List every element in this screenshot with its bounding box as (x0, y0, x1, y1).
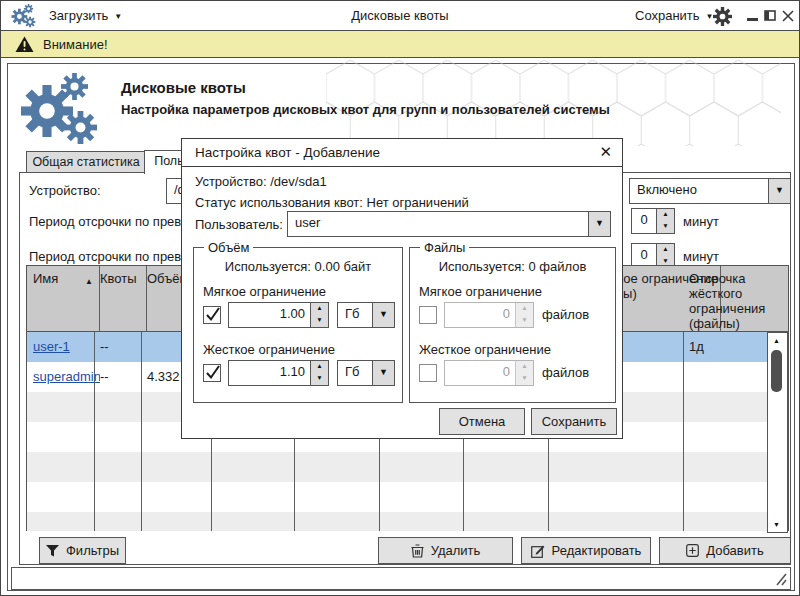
warning-text: Внимание! (43, 37, 108, 52)
volume-soft-checkbox[interactable] (203, 306, 221, 324)
grace-period-volume-label: Период отсрочки по превыш (29, 214, 201, 229)
volume-hard-label: Жесткое ограничение (203, 342, 335, 357)
load-menu-label: Загрузить (49, 8, 108, 23)
quota-state-select[interactable]: Включено ▼ (629, 178, 791, 204)
delete-button[interactable]: Удалить (378, 537, 513, 564)
grace-period-volume-spinner[interactable]: 0 ▲ ▼ (631, 208, 675, 234)
volume-soft-unit-select[interactable]: Гб ▼ (337, 302, 395, 328)
spin-up-icon: ▲ (657, 244, 674, 256)
volume-used-label: Используется: (225, 259, 311, 274)
filters-button-label: Фильтры (66, 543, 119, 558)
spinner-buttons[interactable]: ▲ ▼ (310, 361, 328, 385)
dialog-save-button[interactable]: Сохранить (531, 408, 617, 435)
volume-soft-spinner[interactable]: 1.00 ▲ ▼ (228, 302, 329, 328)
files-soft-label: Мягкое ограничение (419, 284, 542, 299)
page-subtitle: Настройка параметров дисковых квот для г… (121, 102, 610, 117)
quota-settings-dialog: Настройка квот - Добавление ✕ Устройство… (181, 138, 623, 439)
files-group: Файлы Используется: 0 файлов Мягкое огра… (409, 247, 616, 403)
scroll-down-button[interactable]: ▼ (768, 517, 785, 532)
spinner-buttons: ▲ ▼ (515, 361, 533, 385)
dialog-close-button[interactable]: ✕ (599, 143, 612, 161)
dialog-device-line: Устройство: /dev/sda1 (195, 174, 327, 189)
files-hard-checkbox[interactable] (419, 364, 437, 382)
spin-down-icon: ▼ (516, 315, 533, 327)
volume-hard-checkbox[interactable] (203, 364, 221, 382)
spin-down-icon: ▼ (657, 221, 674, 233)
chevron-down-icon[interactable]: ▼ (588, 212, 610, 236)
device-label: Устройство: (29, 183, 101, 198)
spin-down-icon: ▼ (311, 373, 328, 385)
checkmark-icon (204, 307, 222, 323)
files-hard-spinner: 0 ▲ ▼ (444, 360, 534, 386)
spinner-buttons[interactable]: ▲ ▼ (656, 209, 674, 233)
warning-triangle-icon (15, 36, 34, 53)
grid-line (94, 332, 95, 531)
add-button[interactable]: Добавить (659, 537, 791, 564)
volume-soft-value: 1.00 (229, 303, 310, 327)
column-header-grace-files[interactable]: Отсрочка жёсткого ограничения (файлы) (683, 266, 794, 336)
sort-asc-icon: ▲ (85, 274, 93, 289)
files-soft-checkbox[interactable] (419, 306, 437, 324)
title-bar: Загрузить▼ Дисковые квоты Сохранить▼ (1, 1, 799, 31)
close-button[interactable] (782, 1, 794, 31)
status-bar (11, 567, 791, 590)
chevron-down-icon[interactable]: ▼ (372, 361, 394, 385)
grid-line (683, 332, 684, 531)
cell-quotas: -- (94, 332, 147, 362)
filters-button[interactable]: Фильтры (39, 537, 126, 564)
chevron-down-icon[interactable]: ▼ (372, 303, 394, 327)
add-button-label: Добавить (706, 543, 763, 558)
gear-icon (713, 7, 732, 26)
spinner-buttons: ▲ ▼ (515, 303, 533, 327)
volume-soft-unit: Гб (338, 303, 372, 327)
files-hard-value: 0 (445, 361, 515, 385)
scroll-up-button[interactable]: ▲ (768, 333, 785, 348)
volume-used-value: 0.00 байт (315, 259, 372, 274)
load-menu-button[interactable]: Загрузить▼ (49, 1, 122, 31)
dialog-title-bar: Настройка квот - Добавление ✕ (182, 139, 622, 167)
settings-button[interactable] (713, 1, 732, 31)
cell-grace-files: 1д (683, 332, 774, 362)
app-logo-gears-icon (11, 4, 41, 29)
user-select[interactable]: user ▼ (287, 211, 611, 237)
volume-hard-spinner[interactable]: 1.10 ▲ ▼ (228, 360, 329, 386)
column-header-quotas[interactable]: Квоты (94, 266, 147, 336)
save-menu-button[interactable]: Сохранить▼ (635, 1, 714, 31)
resize-grip-icon[interactable] (771, 572, 787, 586)
edit-button[interactable]: Редактировать (521, 537, 651, 564)
spin-up-icon: ▲ (311, 303, 328, 315)
files-hard-label: Жесткое ограничение (419, 342, 551, 357)
maximize-button[interactable] (764, 1, 776, 31)
grace-unit-label-1: минут (683, 214, 719, 229)
user-link[interactable]: user-1 (33, 339, 70, 354)
minimize-icon (747, 18, 758, 21)
cell-grace-files (683, 362, 774, 392)
chevron-down-icon[interactable]: ▼ (768, 179, 790, 203)
dialog-status-line: Статус использования квот: Нет ограничен… (195, 195, 469, 210)
volume-hard-value: 1.10 (229, 361, 310, 385)
column-header-name[interactable]: Имя ▲ (27, 266, 100, 336)
files-soft-unit: файлов (542, 302, 589, 328)
files-hard-unit: файлов (542, 360, 589, 386)
scrollbar-thumb[interactable] (771, 350, 782, 392)
user-select-label: Пользователь: (195, 217, 283, 232)
close-icon (782, 10, 794, 22)
save-menu-label: Сохранить (635, 8, 700, 23)
dialog-title: Настройка квот - Добавление (195, 145, 380, 160)
tab-general-statistics[interactable]: Общая статистика (26, 151, 146, 174)
filter-funnel-icon (46, 545, 59, 557)
user-link[interactable]: superadmin (33, 369, 100, 384)
spin-up-icon: ▲ (311, 361, 328, 373)
delete-button-label: Удалить (431, 543, 481, 558)
checkmark-icon (204, 365, 222, 381)
table-scrollbar[interactable]: ▲ ▼ (767, 332, 788, 533)
minimize-button[interactable] (747, 1, 758, 31)
files-used-value: 0 файлов (528, 259, 586, 274)
edit-button-label: Редактировать (552, 543, 642, 558)
volume-hard-unit-select[interactable]: Гб ▼ (337, 360, 395, 386)
dialog-cancel-button[interactable]: Отмена (439, 408, 525, 435)
volume-group: Объём Используется: 0.00 байт Мягкое огр… (193, 247, 403, 403)
trash-icon (411, 544, 424, 558)
spinner-buttons[interactable]: ▲ ▼ (310, 303, 328, 327)
spin-up-icon: ▲ (516, 361, 533, 373)
